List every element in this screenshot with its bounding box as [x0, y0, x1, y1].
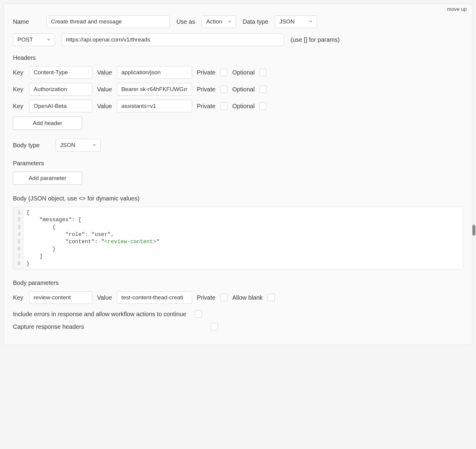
- body-param-private-checkbox[interactable]: [220, 294, 227, 301]
- header-row: KeyValuePrivateOptional: [13, 100, 463, 112]
- header-key-input[interactable]: [29, 66, 92, 79]
- header-value-input[interactable]: [117, 83, 192, 96]
- use-as-label: Use as: [176, 18, 195, 25]
- body-param-allow-blank-label: Allow blank: [232, 294, 263, 301]
- capture-headers-row: Capture response headers: [13, 323, 463, 330]
- data-type-select[interactable]: JSON: [275, 15, 317, 28]
- api-call-config-panel: move up Name Use as Action Data type JSO…: [4, 4, 472, 345]
- header-optional-checkbox[interactable]: [259, 86, 267, 93]
- name-row: Name Use as Action Data type JSON: [13, 15, 463, 28]
- method-url-row: POST (use [] for params): [13, 33, 463, 46]
- include-errors-label: Include errors in response and allow wor…: [13, 311, 186, 318]
- http-method-select[interactable]: POST: [13, 33, 55, 46]
- chevron-down-icon: [228, 21, 231, 23]
- add-parameter-button[interactable]: Add parameter: [13, 172, 82, 185]
- header-key-label: Key: [13, 86, 24, 93]
- body-type-row: Body type JSON: [13, 139, 463, 151]
- use-as-select[interactable]: Action: [202, 15, 236, 28]
- header-private-checkbox[interactable]: [220, 86, 227, 93]
- body-type-label: Body type: [13, 142, 49, 149]
- header-value-input[interactable]: [117, 66, 192, 79]
- params-hint: (use [] for params): [291, 36, 340, 43]
- chevron-down-icon: [309, 21, 313, 23]
- body-param-value-input[interactable]: [117, 291, 192, 304]
- body-type-value: JSON: [60, 142, 75, 148]
- header-private-label: Private: [197, 86, 215, 93]
- header-optional-checkbox[interactable]: [259, 102, 267, 110]
- header-key-label: Key: [13, 103, 24, 110]
- header-optional-label: Optional: [232, 69, 255, 76]
- header-row: KeyValuePrivateOptional: [13, 66, 463, 79]
- body-json-editor[interactable]: 1 2 3 4 5 6 7 8 { "messages": [ { "role"…: [13, 207, 463, 269]
- header-optional-checkbox[interactable]: [259, 69, 267, 76]
- code-gutter: 1 2 3 4 5 6 7 8: [13, 207, 23, 269]
- capture-headers-checkbox[interactable]: [211, 323, 218, 330]
- header-value-label: Value: [97, 103, 112, 110]
- body-param-allow-blank-checkbox[interactable]: [267, 294, 275, 301]
- body-param-key-input[interactable]: [29, 291, 92, 304]
- body-parameters-title: Body parameters: [13, 279, 463, 286]
- add-header-button[interactable]: Add header: [13, 117, 82, 130]
- data-type-value: JSON: [279, 18, 295, 25]
- body-param-private-label: Private: [197, 294, 215, 301]
- data-type-label: Data type: [243, 18, 268, 25]
- move-up-link[interactable]: move up: [447, 6, 467, 12]
- code-content[interactable]: { "messages": [ { "role": "user", "conte…: [23, 207, 463, 269]
- body-param-key-label: Key: [13, 294, 24, 301]
- header-key-input[interactable]: [29, 83, 92, 96]
- header-private-checkbox[interactable]: [220, 69, 227, 76]
- capture-headers-label: Capture response headers: [13, 323, 202, 330]
- http-method-value: POST: [17, 36, 33, 43]
- header-value-label: Value: [97, 86, 112, 93]
- header-optional-label: Optional: [232, 103, 255, 110]
- body-param-row: KeyValuePrivateAllow blank: [13, 291, 463, 304]
- parameters-title: Parameters: [13, 160, 463, 167]
- headers-title: Headers: [13, 54, 463, 61]
- header-value-label: Value: [97, 69, 112, 76]
- body-param-value-label: Value: [97, 294, 112, 301]
- name-label: Name: [13, 18, 40, 25]
- body-type-select[interactable]: JSON: [56, 139, 101, 151]
- chevron-down-icon: [93, 144, 96, 146]
- body-json-label: Body (JSON object, use <> for dynamic va…: [13, 195, 463, 202]
- header-private-label: Private: [197, 103, 215, 110]
- include-errors-row: Include errors in response and allow wor…: [13, 310, 463, 318]
- use-as-value: Action: [206, 18, 222, 25]
- scrollbar-thumb[interactable]: [472, 225, 475, 236]
- header-optional-label: Optional: [232, 86, 255, 93]
- header-private-label: Private: [197, 69, 215, 76]
- chevron-down-icon: [47, 39, 50, 41]
- header-private-checkbox[interactable]: [220, 102, 227, 110]
- header-value-input[interactable]: [117, 100, 192, 112]
- name-input[interactable]: [47, 15, 170, 28]
- include-errors-checkbox[interactable]: [195, 310, 202, 318]
- url-input[interactable]: [62, 33, 284, 46]
- header-key-input[interactable]: [29, 100, 92, 112]
- header-key-label: Key: [13, 69, 24, 76]
- header-row: KeyValuePrivateOptional: [13, 83, 463, 96]
